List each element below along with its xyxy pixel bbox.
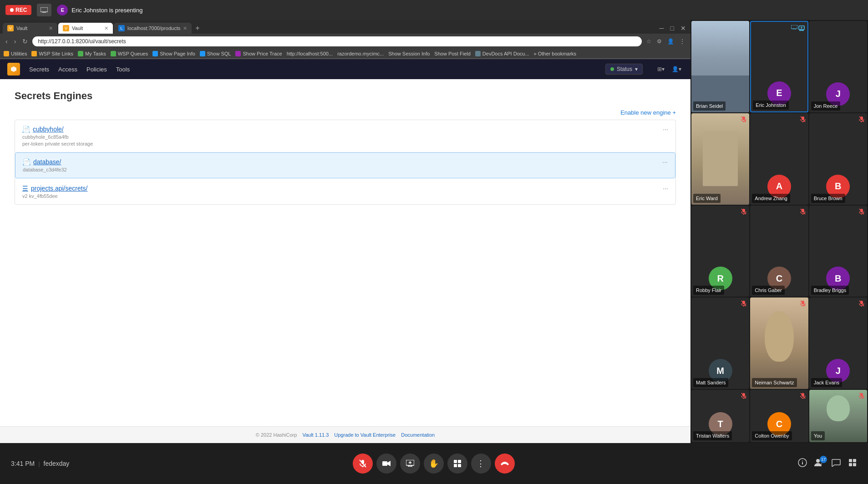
vault-nav-secrets[interactable]: Secrets: [29, 64, 49, 75]
engine-more-cubbyhole[interactable]: ···: [663, 126, 668, 133]
address-bar[interactable]: [32, 36, 642, 46]
participant-name-chris-gaber: Chris Gaber: [752, 286, 784, 295]
engine-name-cubbyhole[interactable]: 📄 cubbyhole/: [22, 126, 93, 133]
engine-more-projects[interactable]: ···: [663, 185, 668, 192]
screen-share-icon-eric: [791, 25, 797, 31]
participant-tile-chris-gaber[interactable]: C Chris Gaber: [750, 206, 808, 297]
browser-tab-localhost[interactable]: L localhost:7000/products ✕: [114, 23, 192, 34]
mute-button[interactable]: [353, 454, 373, 474]
bookmark-wsp-queues[interactable]: WSP Queues: [111, 51, 148, 56]
browser-chrome: V Vault ✕ V Vault ✕ L localhost:7000/pro…: [0, 20, 690, 59]
menu-btn[interactable]: ⋮: [678, 37, 687, 45]
tab-close-localhost[interactable]: ✕: [183, 25, 187, 31]
screen-area: V Vault ✕ V Vault ✕ L localhost:7000/pro…: [0, 20, 690, 443]
engine-list: 📄 cubbyhole/ cubbyhole_6c85a4fb per-toke…: [15, 120, 676, 205]
engine-more-database[interactable]: ···: [662, 158, 668, 166]
vault-upgrade-link[interactable]: Upgrade to Vault Enterprise: [334, 432, 396, 438]
participant-name-neiman-schwartz: Neiman Schwartz: [752, 378, 797, 387]
participant-tile-andrew-zhang[interactable]: A Andrew Zhang: [750, 113, 808, 205]
bookmark-my-tasks[interactable]: My Tasks: [78, 51, 106, 56]
engine-item-database[interactable]: 📄 database/ database_c3d4fe32 ···: [15, 152, 675, 178]
participant-name-bruce-brown: Bruce Brown: [811, 194, 845, 203]
presenter-avatar: E: [57, 5, 68, 15]
bookmark-show-page[interactable]: Show Page Info: [152, 51, 195, 56]
share-screen-button[interactable]: [400, 454, 420, 474]
separator: |: [38, 460, 40, 467]
tab-label-localhost: localhost:7000/products: [127, 25, 180, 31]
participant-tile-eric-ward[interactable]: Eric Ward: [691, 113, 749, 205]
participant-tile-jon-reece[interactable]: J Jon Reece: [809, 21, 867, 112]
participant-name-jon-reece: Jon Reece: [811, 101, 841, 111]
reload-button[interactable]: ↻: [20, 37, 30, 46]
vault-user-btn[interactable]: 👤▾: [670, 65, 683, 73]
vault-nav-access[interactable]: Access: [58, 64, 77, 75]
vault-nav-tools[interactable]: Tools: [116, 64, 130, 75]
participant-tile-bradley-briggs[interactable]: B Bradley Briggs: [809, 206, 867, 297]
bottom-right: 17: [798, 458, 857, 469]
end-call-button[interactable]: [495, 454, 515, 474]
bookmark-devdocs[interactable]: DevDocs API Docu...: [475, 51, 529, 56]
rec-button[interactable]: REC: [5, 5, 31, 15]
bookmark-icon: [475, 51, 481, 56]
bookmark-razor[interactable]: razordemo.mycimc...: [337, 51, 384, 56]
info-button[interactable]: [798, 458, 807, 469]
chat-button[interactable]: [832, 459, 841, 469]
participant-tile-robby-flair[interactable]: R Robby Flair: [691, 206, 749, 297]
window-maximize[interactable]: □: [669, 24, 676, 33]
activities-button[interactable]: [848, 458, 857, 469]
participant-tile-jack-evans[interactable]: J Jack Evans: [809, 297, 867, 389]
tab-close-vault1[interactable]: ✕: [49, 25, 53, 31]
window-minimize[interactable]: ─: [658, 24, 666, 33]
vault-view-btn[interactable]: ⊞▾: [655, 65, 666, 73]
participant-tile-bruce-brown[interactable]: B Bruce Brown: [809, 113, 867, 205]
bookmark-price-trace[interactable]: Show Price Trace: [235, 51, 282, 56]
window-close[interactable]: ✕: [679, 24, 688, 33]
video-button[interactable]: [376, 454, 396, 474]
bookmark-icon: [111, 51, 116, 56]
participant-tile-brian-seidel[interactable]: Brian Seidel: [691, 21, 749, 112]
browser-tab-vault2[interactable]: V Vault ✕: [58, 23, 113, 34]
bookmark-wsp-links[interactable]: WSP Site Links: [31, 51, 73, 56]
status-chevron: ▾: [635, 66, 638, 72]
tab-close-vault2[interactable]: ✕: [104, 25, 108, 31]
engine-item-projects[interactable]: ☰ projects.api/secrets/ v2 kv_4fb55dee ·…: [15, 179, 675, 204]
vault-ui: Secrets Access Policies Tools Status ▾ ⊞…: [0, 59, 690, 443]
raise-hand-button[interactable]: ✋: [424, 454, 444, 474]
participant-tile-matt-sanders[interactable]: M Matt Sanders: [691, 297, 749, 389]
new-tab-button[interactable]: +: [193, 23, 202, 33]
bookmark-star[interactable]: ☆: [645, 37, 653, 45]
bookmark-utilities[interactable]: Utilities: [4, 51, 27, 56]
profile-btn[interactable]: 👤: [665, 37, 676, 45]
participants-button[interactable]: 17: [814, 459, 824, 469]
engine-item-cubbyhole[interactable]: 📄 cubbyhole/ cubbyhole_6c85a4fb per-toke…: [15, 120, 675, 152]
bookmark-show-sql[interactable]: Show SQL: [200, 51, 231, 56]
bookmarks-bar: Utilities WSP Site Links My Tasks WSP Qu…: [0, 49, 690, 59]
participant-tile-tristan-walters[interactable]: T Tristan Walters: [691, 390, 749, 442]
favicon-vault2: V: [63, 25, 69, 31]
screen-icon-button[interactable]: [37, 4, 51, 16]
bookmark-session[interactable]: Show Session Info: [388, 51, 430, 56]
main-content: V Vault ✕ V Vault ✕ L localhost:7000/pro…: [0, 20, 868, 443]
engine-name-projects[interactable]: ☰ projects.api/secrets/: [22, 185, 88, 192]
participant-tile-colton-owenby[interactable]: C Colton Owenby: [750, 390, 808, 442]
vault-docs-link[interactable]: Documentation: [401, 432, 435, 438]
vault-version-link[interactable]: Vault 1.11.3: [302, 432, 329, 438]
vault-status[interactable]: Status ▾: [605, 64, 643, 75]
engine-name-database[interactable]: 📄 database/: [23, 158, 67, 166]
bookmark-other[interactable]: » Other bookmarks: [534, 51, 577, 56]
extensions-btn[interactable]: ⚙: [655, 37, 664, 45]
more-options-button[interactable]: ⋮: [471, 454, 491, 474]
forward-button[interactable]: ›: [12, 37, 18, 46]
svg-rect-66: [849, 459, 852, 462]
participant-tile-neiman-schwartz[interactable]: Neiman Schwartz: [750, 297, 808, 389]
enable-new-engine-btn[interactable]: Enable new engine +: [620, 109, 676, 116]
layout-button[interactable]: [447, 454, 467, 474]
participant-tile-eric-johnston[interactable]: E Eric Johnston: [750, 21, 808, 112]
bookmark-post-field[interactable]: Show Post Field: [434, 51, 470, 56]
back-button[interactable]: ‹: [4, 37, 10, 46]
browser-tab-vault1[interactable]: V Vault ✕: [3, 23, 57, 34]
participant-tile-you[interactable]: You: [809, 390, 867, 442]
participant-name-robby-flair: Robby Flair: [693, 286, 724, 295]
vault-nav-policies[interactable]: Policies: [86, 64, 107, 75]
bookmark-localhost[interactable]: http://localhost:500...: [287, 51, 333, 56]
